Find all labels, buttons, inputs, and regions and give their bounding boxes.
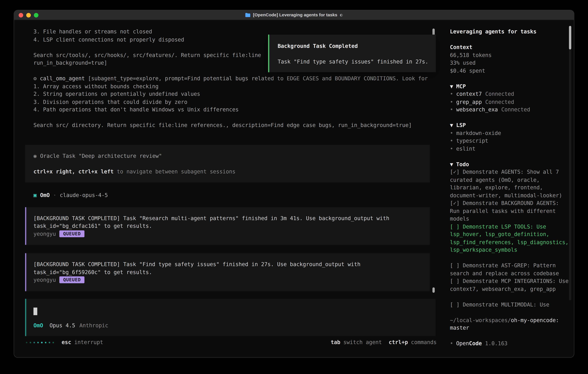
terminal-window: [OpenCode] Leveraging agents for tasks ◐… (14, 10, 574, 357)
log-line: 4. Path operations that don't handle Win… (14, 106, 436, 114)
status-badge: QUEUED (59, 230, 84, 237)
mcp-status: Connected (485, 91, 514, 97)
hint-text: to navigate between subagent sessions (117, 168, 235, 175)
mcp-item: •context7Connected (450, 90, 570, 98)
todo-item-active: [ ] Demonstrate LSP TOOLS: Use lsp_hover… (450, 223, 570, 254)
workspace-branch: master (450, 325, 469, 331)
commands-hint: ctrl+p commands (389, 338, 437, 346)
mcp-status: Connected (501, 106, 530, 113)
statusbar-right: tab switch agent ctrl+p commands (331, 338, 437, 346)
sidebar: Leveraging agents for tasks Context 66,5… (436, 20, 574, 357)
prompt-input[interactable]: OmO Opus 4.5 Anthropic (25, 299, 435, 336)
message-block: [BACKGROUND TASK COMPLETED] Task "Find t… (25, 253, 430, 291)
active-provider-label: Anthropic (79, 322, 108, 329)
active-model-label: Opus 4.5 (50, 322, 75, 329)
message-meta: yeongyu QUEUED (33, 276, 430, 284)
minimize-window-button[interactable] (26, 13, 31, 17)
active-agent-label: OmO (33, 322, 43, 329)
commands-label: commands (411, 338, 437, 346)
lsp-name: markdown-oxide (456, 130, 501, 136)
toast-title: Background Task Completed (278, 42, 436, 50)
app-version-footer: •OpenCode 1.0.163 (450, 339, 570, 347)
collapse-triangle-icon: ▼ (450, 83, 453, 89)
log-line: 3. Division operations that could divide… (14, 98, 436, 106)
text-cursor (33, 307, 37, 315)
context-heading: Context (450, 43, 570, 51)
log-line: 3. File handles or streams not closed (14, 28, 436, 36)
todo-heading-label: Todo (456, 161, 469, 167)
tab-key-label: tab (331, 338, 340, 346)
lsp-name: eslint (456, 145, 475, 151)
log-line: Search src/ directory. Return specific f… (14, 121, 436, 129)
toast-body: Task "Find type safety issues" finished … (278, 58, 436, 66)
screen: [OpenCode] Leveraging agents for tasks ◐… (0, 0, 588, 374)
oracle-task-label: Oracle Task "Deep architecture review" (40, 153, 162, 159)
context-spent: $0.46 spent (450, 67, 570, 74)
context-tokens: 66,518 tokens (450, 51, 570, 59)
interrupt-label: interrupt (74, 338, 103, 346)
message-author: yeongyu (33, 230, 56, 238)
statusbar-left: esc interrupt (26, 338, 103, 346)
session-title: Leveraging agents for tasks (450, 28, 570, 36)
todo-section-header[interactable]: ▼Todo (450, 160, 570, 168)
lsp-heading-label: LSP (456, 122, 466, 128)
mcp-name: context7 (456, 91, 482, 97)
close-window-button[interactable] (19, 13, 23, 17)
todo-item-done: [✓] Demonstrate BACKGROUND AGENTS: Run p… (450, 199, 570, 223)
sidebar-scrollbar-thumb[interactable] (569, 26, 571, 50)
message-text: [BACKGROUND TASK COMPLETED] Task "Find t… (33, 260, 430, 268)
fisheye-icon: ◉ (33, 153, 37, 159)
subagent-nav-hint: ctrl+x right, ctrl+x left to navigate be… (33, 168, 430, 176)
mcp-heading-label: MCP (456, 83, 466, 89)
fullscreen-window-button[interactable] (34, 13, 39, 17)
window-title-text: [OpenCode] Leveraging agents for tasks (253, 11, 337, 19)
prompt-meta: OmO Opus 4.5 Anthropic (33, 322, 108, 329)
collapse-triangle-icon: ▼ (450, 161, 453, 167)
window-title: [OpenCode] Leveraging agents for tasks ◐ (245, 11, 343, 19)
lsp-name: typescript (456, 138, 488, 144)
folder-icon (245, 13, 250, 17)
log-line: 1. Array access without bounds checking (14, 82, 436, 90)
titlebar: [OpenCode] Leveraging agents for tasks ◐ (14, 10, 574, 20)
notification-toast[interactable]: Background Task Completed Task "Find typ… (268, 35, 436, 72)
gear-icon: ⚙ (33, 75, 37, 81)
message-author: yeongyu (33, 276, 56, 284)
app-version: 1.0.163 (485, 340, 507, 346)
agent-square-icon: ▣ (33, 191, 37, 199)
message-text: task_id="bg_6f59260c" to get results. (33, 268, 430, 276)
mcp-status: Connected (485, 99, 514, 105)
workspace-repo: oh-my-opencode: (511, 317, 559, 323)
lsp-item: •typescript (450, 137, 570, 145)
switch-agent-hint: tab switch agent (331, 338, 382, 346)
bullet-icon: • (450, 91, 453, 97)
lsp-item: •eslint (450, 145, 570, 152)
agent-model: claude-opus-4-5 (60, 191, 108, 199)
bullet-icon: • (450, 99, 453, 105)
todo-item-pending: [ ] Demonstrate AST-GREP: Pattern search… (450, 262, 570, 277)
bullet-icon: • (450, 145, 453, 151)
mcp-name: grep_app (456, 99, 482, 105)
window-controls (19, 10, 39, 20)
bullet-icon: • (450, 138, 453, 144)
spinner-icon: ◐ (340, 11, 343, 19)
log-line: 2. String operations on potentially unde… (14, 90, 436, 98)
esc-key-label: esc (62, 338, 71, 346)
todo-item-done: [✓] Demonstrate AGENTS: Show all 7 curat… (450, 168, 570, 199)
progress-spinner (26, 342, 54, 343)
sidebar-scrollbar-track[interactable] (569, 26, 571, 300)
tool-call-line: ⚙ call_omo_agent [subagent_type=explore,… (14, 74, 436, 82)
interrupt-hint: esc interrupt (62, 338, 103, 346)
workspace-path: ~/local-workspaces/oh-my-opencode: maste… (450, 316, 570, 332)
mcp-section-header[interactable]: ▼MCP (450, 82, 570, 90)
status-badge: QUEUED (59, 277, 84, 283)
lsp-section-header[interactable]: ▼LSP (450, 121, 570, 129)
bullet-icon: • (450, 130, 453, 136)
main-scrollbar-thumb-bottom[interactable] (432, 287, 435, 293)
hint-keybindings: ctrl+x right, ctrl+x left (33, 168, 114, 175)
tool-args: [subagent_type=explore, prompt=Find pote… (85, 75, 428, 81)
collapse-triangle-icon: ▼ (450, 122, 453, 128)
todo-item-pending: [ ] Demonstrate MULTIMODAL: Use (450, 301, 570, 308)
bullet-icon: • (450, 340, 453, 346)
app-name: Open (456, 340, 469, 346)
switch-agent-label: switch agent (343, 338, 382, 346)
